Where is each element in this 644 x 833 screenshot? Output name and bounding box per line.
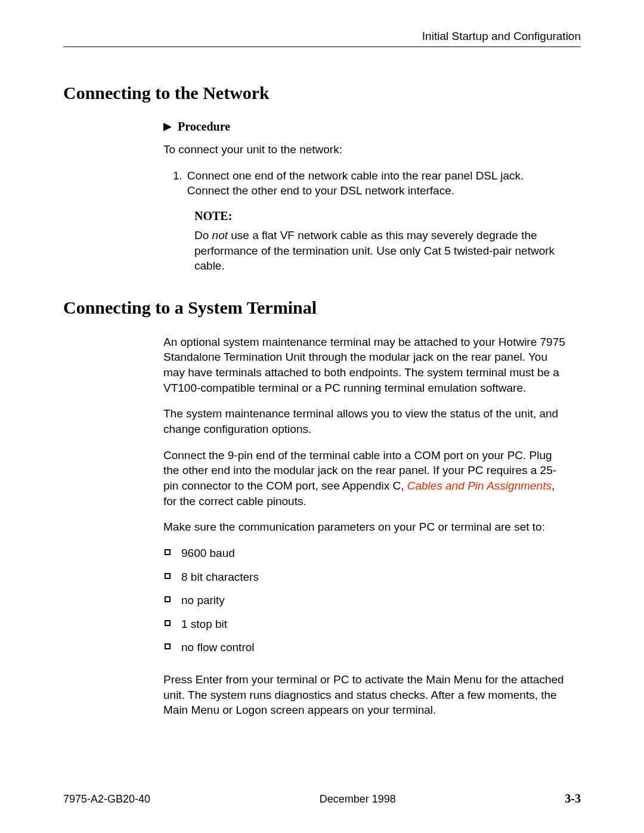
footer-page-number: 3-3 (565, 792, 581, 806)
square-bullet-icon (165, 596, 171, 602)
bullet-text: no flow control (181, 640, 255, 655)
section2-content: An optional system maintenance terminal … (163, 335, 569, 718)
terminal-para2: The system maintenance terminal allows y… (163, 406, 569, 436)
bullet-text: 1 stop bit (181, 617, 227, 632)
square-bullet-icon (165, 549, 171, 555)
triangle-icon (163, 123, 172, 131)
terminal-para3: Connect the 9-pin end of the terminal ca… (163, 448, 569, 509)
comm-params-list: 9600 baud 8 bit characters no parity 1 s… (165, 546, 569, 655)
section-connecting-network: Connecting to the Network Procedure To c… (63, 83, 581, 274)
section-title-terminal: Connecting to a System Terminal (63, 298, 581, 318)
page-header: Initial Startup and Configuration (63, 30, 581, 47)
appendix-link[interactable]: Cables and Pin Assignments (407, 479, 552, 492)
header-chapter-title: Initial Startup and Configuration (63, 30, 581, 43)
footer-date: December 1998 (320, 793, 396, 806)
step-1: 1. Connect one end of the network cable … (173, 168, 569, 199)
square-bullet-icon (165, 643, 171, 649)
list-item: no flow control (165, 640, 569, 655)
section-title-network: Connecting to the Network (63, 83, 581, 103)
procedure-intro: To connect your unit to the network: (163, 142, 569, 157)
section-connecting-terminal: Connecting to a System Terminal An optio… (63, 298, 581, 718)
square-bullet-icon (165, 573, 171, 579)
note-pre: Do (194, 229, 212, 241)
section1-content: Procedure To connect your unit to the ne… (163, 120, 569, 274)
note-body: Do not use a flat VF network cable as th… (194, 228, 569, 274)
square-bullet-icon (165, 620, 171, 626)
page: Initial Startup and Configuration Connec… (0, 0, 644, 833)
step-number: 1. (173, 168, 182, 199)
step-text: Connect one end of the network cable int… (187, 168, 569, 199)
list-item: 9600 baud (165, 546, 569, 561)
footer-doc-id: 7975-A2-GB20-40 (63, 793, 150, 806)
note-post: use a flat VF network cable as this may … (194, 229, 555, 272)
note-not-italic: not (212, 229, 228, 241)
procedure-heading: Procedure (163, 120, 569, 134)
terminal-para4: Make sure the communication parameters o… (163, 519, 569, 535)
bullet-text: 8 bit characters (181, 569, 259, 585)
page-footer: 7975-A2-GB20-40 December 1998 3-3 (63, 792, 581, 806)
list-item: 1 stop bit (165, 617, 569, 632)
note-title: NOTE: (194, 209, 569, 223)
note-block: NOTE: Do not use a flat VF network cable… (194, 209, 569, 274)
bullet-text: no parity (181, 593, 225, 608)
list-item: no parity (165, 593, 569, 608)
terminal-para5: Press Enter from your terminal or PC to … (163, 672, 569, 718)
procedure-label: Procedure (178, 120, 230, 134)
list-item: 8 bit characters (165, 569, 569, 585)
terminal-para1: An optional system maintenance terminal … (163, 335, 569, 396)
bullet-text: 9600 baud (181, 546, 235, 561)
